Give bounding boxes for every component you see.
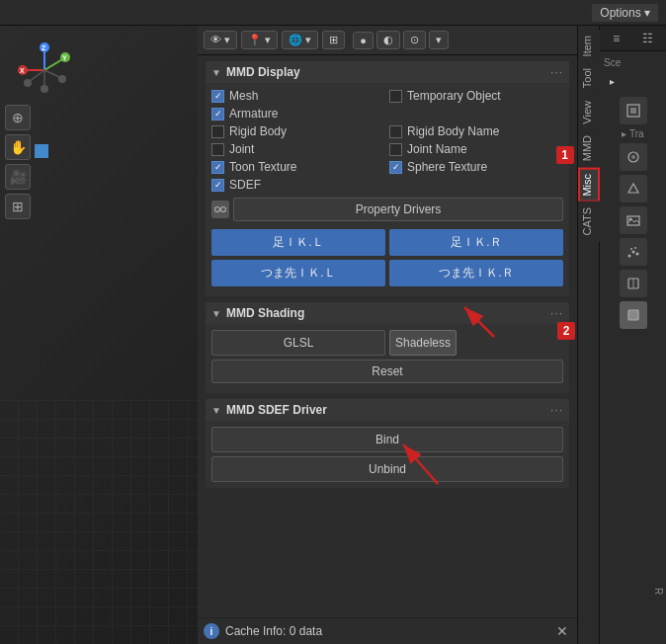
rigid-body-checkbox[interactable] bbox=[211, 125, 224, 138]
far-right-content: Sce ▸ ▸ Tra bbox=[600, 51, 666, 644]
glsl-button[interactable]: GLSL bbox=[211, 330, 385, 356]
sphere-texture-label: Sphere Texture bbox=[407, 160, 487, 174]
unbind-button[interactable]: Unbind bbox=[211, 456, 563, 482]
scene-item[interactable]: ▸ bbox=[608, 74, 662, 89]
mmd-sdef-header-left: ▼ MMD SDEF Driver bbox=[211, 403, 327, 417]
mesh-check-item: Mesh bbox=[211, 89, 385, 103]
svg-line-11 bbox=[29, 70, 44, 82]
add-tool-button[interactable]: ⊕ bbox=[5, 105, 31, 130]
material-icon-box[interactable] bbox=[620, 175, 647, 202]
header-toolbar: 👁 ▾ 📍 ▾ 🌐 ▾ ⊞ ● ◐ ⊙ ▾ bbox=[198, 26, 577, 55]
move-tool-button[interactable]: ✋ bbox=[5, 134, 31, 160]
render-shading-button[interactable]: ⊙ bbox=[403, 31, 426, 49]
badge-1: 1 bbox=[556, 146, 574, 164]
ik-right-toe-button[interactable]: つま先ＩＫ.Ｒ bbox=[389, 260, 563, 286]
transform-icon-box[interactable] bbox=[620, 97, 647, 124]
properties-area[interactable]: ▼ MMD Display ··· Mesh Tempor bbox=[198, 55, 577, 617]
more-button[interactable]: ▾ bbox=[429, 31, 449, 49]
temporary-object-checkbox[interactable] bbox=[389, 90, 402, 103]
svg-point-12 bbox=[24, 79, 32, 87]
mmd-sdef-dots[interactable]: ··· bbox=[550, 403, 563, 417]
mmd-sdef-header[interactable]: ▼ MMD SDEF Driver ··· bbox=[206, 399, 569, 421]
property-drivers-row: Property Drivers bbox=[211, 196, 563, 223]
viewport-shading-button[interactable]: 👁 ▾ bbox=[204, 31, 237, 49]
tab-tool[interactable]: Tool bbox=[578, 62, 600, 94]
joint-checkbox[interactable] bbox=[211, 143, 224, 156]
mmd-display-header[interactable]: ▼ MMD Display ··· bbox=[206, 61, 569, 83]
svg-text:X: X bbox=[20, 67, 25, 74]
mmd-display-dots[interactable]: ··· bbox=[550, 65, 563, 79]
active-icon-box[interactable] bbox=[620, 301, 647, 329]
ik-left-foot-button[interactable]: 足ＩＫ.Ｌ bbox=[211, 229, 385, 256]
svg-text:Z: Z bbox=[42, 44, 46, 51]
mmd-sdef-title: MMD SDEF Driver bbox=[226, 403, 327, 417]
particles-icon-box[interactable] bbox=[620, 238, 647, 266]
rigid-body-label: Rigid Body bbox=[229, 124, 287, 138]
bind-buttons-col: Bind Unbind bbox=[211, 427, 563, 482]
viewport-grid bbox=[0, 397, 198, 644]
scene-tree-arrow: ▸ bbox=[610, 76, 615, 87]
mmd-sdef-body: Bind Unbind bbox=[206, 421, 569, 488]
mmd-shading-dots[interactable]: ··· bbox=[550, 306, 563, 320]
r-label: R bbox=[653, 588, 664, 595]
render-icon-box[interactable] bbox=[620, 143, 647, 171]
mmd-sdef-arrow: ▼ bbox=[211, 405, 221, 416]
reset-button[interactable]: Reset bbox=[211, 360, 563, 383]
material-shading-button[interactable]: ◐ bbox=[376, 31, 400, 49]
mmd-display-header-left: ▼ MMD Display bbox=[211, 65, 300, 79]
right-tabs: Item Tool View MMD Misc CATS 1 bbox=[577, 26, 599, 644]
tab-item[interactable]: Item bbox=[578, 30, 600, 62]
rigid-body-name-check-item: Rigid Body Name bbox=[389, 124, 563, 138]
far-right-panel: ≡ ☷ Sce ▸ ▸ Tra bbox=[599, 26, 666, 644]
mmd-shading-body: GLSL Shadeless 2 Reset bbox=[206, 324, 569, 393]
viewport-canvas[interactable]: Z Y X bbox=[0, 26, 198, 644]
tab-view[interactable]: View bbox=[578, 95, 600, 130]
reset-btn-row: Reset bbox=[211, 360, 563, 383]
mmd-shading-arrow: ▼ bbox=[211, 308, 221, 319]
camera-tool-button[interactable]: 🎥 bbox=[5, 164, 31, 190]
armature-checkbox[interactable] bbox=[211, 108, 224, 121]
joint-name-checkbox[interactable] bbox=[389, 143, 402, 156]
display-mode-button[interactable]: ⊞ bbox=[322, 31, 345, 49]
sdef-check-item: SDEF bbox=[211, 178, 261, 192]
mmd-shading-header[interactable]: ▼ MMD Shading ··· bbox=[206, 302, 569, 324]
physics-icon-box[interactable] bbox=[620, 270, 647, 297]
svg-point-28 bbox=[630, 248, 632, 250]
property-drivers-button[interactable]: Property Drivers bbox=[233, 198, 563, 221]
mmd-display-title: MMD Display bbox=[226, 65, 300, 79]
top-bar: Options ▾ bbox=[0, 0, 666, 26]
ik-left-toe-button[interactable]: つま先ＩＫ.Ｌ bbox=[211, 260, 385, 286]
svg-point-15 bbox=[215, 207, 220, 212]
fr-icon-list: ▸ Tra bbox=[604, 97, 662, 329]
options-button[interactable]: Options ▾ bbox=[592, 4, 658, 22]
mesh-checkbox[interactable] bbox=[211, 90, 224, 103]
cache-close-button[interactable]: ✕ bbox=[553, 622, 571, 640]
overlay-button[interactable]: 📍 ▾ bbox=[241, 31, 278, 49]
sphere-texture-check-item: Sphere Texture bbox=[389, 160, 563, 174]
toon-texture-checkbox[interactable] bbox=[211, 161, 224, 174]
ik-right-foot-button[interactable]: 足ＩＫ.Ｒ bbox=[389, 229, 563, 256]
svg-point-23 bbox=[631, 155, 635, 159]
gizmo-button[interactable]: 🌐 ▾ bbox=[282, 31, 318, 49]
shadeless-button[interactable]: Shadeless bbox=[389, 330, 457, 356]
svg-point-14 bbox=[58, 75, 66, 83]
solid-shading-button[interactable]: ● bbox=[353, 32, 374, 49]
sdef-row: SDEF bbox=[211, 178, 563, 192]
tra-label: ▸ Tra bbox=[604, 128, 662, 139]
tab-mmd[interactable]: MMD bbox=[578, 129, 600, 167]
tab-misc[interactable]: Misc bbox=[578, 168, 600, 202]
svg-rect-21 bbox=[630, 108, 636, 114]
toon-texture-label: Toon Texture bbox=[229, 160, 297, 174]
sphere-texture-checkbox[interactable] bbox=[389, 161, 402, 174]
tab-cats[interactable]: CATS bbox=[578, 201, 600, 242]
mmd-display-arrow: ▼ bbox=[211, 67, 221, 78]
bind-button[interactable]: Bind bbox=[211, 427, 563, 452]
joint-check-item: Joint bbox=[211, 142, 385, 156]
scene-grid-icon[interactable]: ☷ bbox=[642, 32, 653, 45]
sdef-checkbox[interactable] bbox=[211, 179, 224, 192]
rigid-body-name-checkbox[interactable] bbox=[389, 125, 402, 138]
shading-buttons-row: GLSL Shadeless 2 bbox=[211, 330, 563, 356]
image-icon-box[interactable] bbox=[620, 206, 647, 234]
grid-tool-button[interactable]: ⊞ bbox=[5, 194, 31, 219]
scene-list-icon[interactable]: ≡ bbox=[613, 32, 620, 45]
